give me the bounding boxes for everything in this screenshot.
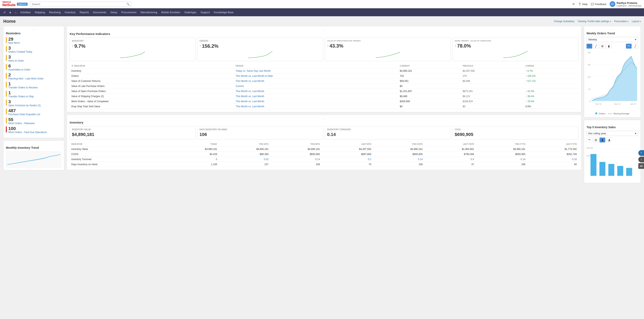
nav-reports[interactable]: Reports — [78, 8, 91, 16]
bar-2[interactable] — [600, 162, 606, 176]
drag-handle-inventory[interactable]: ⋮⋮ — [70, 118, 578, 120]
drag-handle-monthly[interactable]: ⋮⋮ — [6, 143, 62, 145]
nav-procurement[interactable]: Procurement — [119, 8, 138, 16]
help-button[interactable]: ❓ Help — [578, 3, 588, 6]
change-subsidiary-btn[interactable]: Change Subsidiary — [554, 20, 574, 23]
reminder-bar — [6, 73, 7, 79]
nav-mobile-emulator[interactable]: Mobile Emulator — [159, 8, 182, 16]
weekly-orders-card: ⋮⋮ Weekly Orders Trend Weekly ▾ 〜 ╱ ⊞ ▮ … — [584, 26, 641, 117]
search-icon[interactable]: 🔍 — [126, 3, 130, 6]
nav-inventory[interactable]: Inventory — [62, 8, 78, 16]
keys-float-btn[interactable]: ⌨ — [638, 163, 644, 169]
top5-bar-icon[interactable]: ▮ — [600, 138, 605, 142]
sparkline-inventory — [72, 50, 193, 58]
nav-documents[interactable]: Documents — [91, 8, 108, 16]
inv-cell-link[interactable]: 0.16 — [527, 157, 578, 162]
area-chart-icon[interactable]: 〜 — [586, 44, 592, 49]
list-item: 2 Planning Alert - Late Work Order — [6, 73, 62, 80]
drag-handle-kpi[interactable]: ⋮⋮ — [70, 29, 578, 31]
top5-title: Top 5 Inventory Sales — [586, 126, 638, 129]
bar-5[interactable] — [626, 168, 632, 176]
nav-activities[interactable]: Activities — [18, 8, 32, 16]
bar-3[interactable] — [608, 164, 614, 176]
user-name: Raditya Pratama — [616, 2, 642, 5]
search-bar[interactable]: 🔍 — [30, 2, 132, 7]
portlet-date-btn[interactable]: Viewing: Portlet date settings ▾ — [578, 20, 611, 23]
help-float-btn[interactable]: ? — [638, 150, 644, 156]
inv-cell-link[interactable]: 0.4 — [424, 157, 476, 162]
nav-receiving[interactable]: Receiving — [47, 8, 62, 16]
reminder-label[interactable]: Purchase Order Expedite List — [8, 113, 40, 116]
collapse-icon[interactable]: ▼ — [71, 65, 73, 67]
inv-cell-link[interactable]: 0.02 — [219, 157, 270, 162]
reminder-label[interactable]: Transfer Orders to Ship — [8, 95, 34, 98]
inv-cell-link[interactable]: 0.14 — [476, 157, 527, 162]
inv-cell-link[interactable]: 0 — [167, 157, 219, 162]
nav-support[interactable]: Support — [198, 8, 212, 16]
kpi-period-cell[interactable]: Today vs. Same Day Last Month — [234, 69, 398, 74]
kpi-period-cell[interactable]: This Month vs. Last Month — [234, 89, 398, 94]
drag-handle-weekly[interactable]: ⋮⋮ — [586, 29, 638, 31]
reminder-label[interactable]: Items to Order — [8, 59, 24, 62]
nav-setup[interactable]: Setup — [108, 8, 119, 16]
right-column: ⋮⋮ Weekly Orders Trend Weekly ▾ 〜 ╱ ⊞ ▮ … — [584, 26, 641, 183]
nav-suiteapps[interactable]: SuiteApps — [182, 8, 198, 16]
nav-back-icon[interactable]: ↺ — [2, 9, 7, 16]
reminder-bar — [6, 126, 7, 132]
inv-cell-link[interactable]: 0.2 — [322, 157, 373, 162]
nav-knowledge-base[interactable]: Knowledge Base — [212, 8, 236, 16]
reminder-label[interactable]: New Items — [8, 42, 20, 44]
table-row: Value of Open Purchase Orders This Month… — [70, 89, 578, 94]
top5-grid-icon[interactable]: ⊞ — [593, 138, 599, 142]
reminder-label[interactable]: Open Contracts by Vendor (2) — [8, 104, 40, 107]
reminder-label[interactable]: Work Orders - Past Due Operations — [8, 131, 47, 134]
personalize-btn[interactable]: Personalize ▾ — [614, 20, 628, 23]
reminder-label[interactable]: Orders Created Today — [8, 50, 32, 53]
top5-dropdown-value: this rolling year — [588, 132, 606, 135]
grid-chart-icon[interactable]: ⊞ — [600, 44, 605, 49]
kpi-period-cell[interactable]: This Month vs. Last Month — [234, 104, 398, 109]
kpi-period-cell[interactable]: Current — [234, 84, 398, 89]
kpi-indicator-cell: Drop Ship Total Sold Value — [70, 104, 234, 109]
reminder-label[interactable]: Transfer Orders to Receive — [8, 86, 38, 89]
kpi-tile-workorders: WORK ORDERS - VALUE OF COMPLETED ↑78.0% — [452, 38, 578, 61]
kpi-period-cell[interactable]: This Month vs. Last Month — [234, 94, 398, 99]
kpi-period-cell[interactable]: This Month vs. Last Month — [234, 99, 398, 104]
line-chart-icon[interactable]: ╱ — [593, 44, 599, 49]
list-item: 29 New Items — [6, 37, 62, 44]
moving-avg-legend: Moving Average — [608, 112, 630, 115]
info-float-btn[interactable]: i — [638, 157, 644, 162]
inv-tile-number: 106 — [200, 132, 321, 137]
bar-1[interactable] — [590, 154, 596, 176]
drag-handle-reminders[interactable]: ⋮⋮ — [6, 29, 62, 31]
kpi-current-cell: $0 — [398, 104, 461, 109]
drag-handle-top5[interactable]: ⋮⋮ — [586, 123, 638, 125]
orders-legend-dot — [595, 112, 597, 114]
top5-pie-icon[interactable]: ◑ — [606, 138, 612, 142]
area-chart-icon2[interactable]: 〜 — [626, 44, 632, 49]
reminder-label[interactable]: Planning Alert - Late Work Order — [8, 77, 44, 80]
kpi-change-cell: ↑ 517.1% — [524, 79, 578, 84]
feedback-button[interactable]: 💬 Feedback — [591, 3, 606, 6]
portlet-date-dropdown-icon: ▾ — [610, 20, 611, 23]
nav-shipping[interactable]: Shipping — [33, 8, 47, 16]
line-chart-icon2[interactable]: ╱ — [632, 44, 638, 49]
layout-btn[interactable]: Layout ▾ — [632, 20, 641, 23]
top5-area-icon[interactable]: 〜 — [586, 138, 592, 142]
bar-chart-icon[interactable]: ▮ — [606, 44, 612, 49]
inv-col-lastmtd: LAST MTD — [322, 142, 373, 147]
kpi-period-cell[interactable]: This Month vs. Last Month to Date — [234, 74, 398, 79]
nav-star-icon[interactable]: ★ — [7, 9, 13, 16]
kpi-period-cell[interactable]: This Month vs. Last Month — [234, 79, 398, 84]
history-button[interactable]: ⟳ — [572, 3, 575, 6]
bar-4[interactable] — [617, 166, 623, 176]
search-input[interactable] — [32, 3, 126, 6]
nav-manufacturing[interactable]: Manufacturing — [138, 8, 159, 16]
inv-cell-link[interactable]: 0.14 — [373, 157, 424, 162]
inv-cell-link[interactable]: 0.14 — [270, 157, 322, 162]
weekly-dropdown[interactable]: Weekly ▾ — [586, 37, 638, 42]
reminder-label[interactable]: Work Orders - Released — [8, 122, 34, 125]
reminder-label[interactable]: Assemblies to Order — [8, 68, 30, 71]
nav-home-icon[interactable]: ⌂ — [13, 9, 18, 16]
top5-dropdown[interactable]: this rolling year ▾ — [586, 131, 638, 136]
